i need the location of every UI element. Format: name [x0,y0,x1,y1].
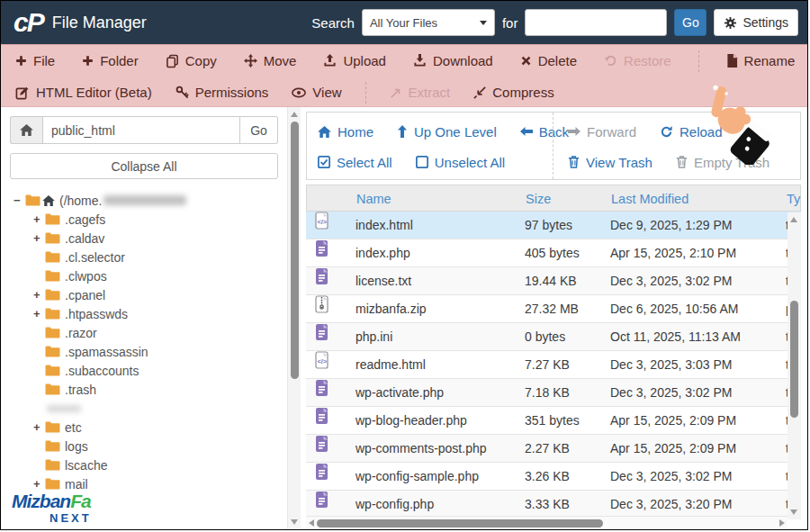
eye-icon [292,87,306,98]
scrollbar-thumb[interactable] [317,519,603,527]
file-button[interactable]: File [15,53,55,68]
delete-button[interactable]: Delete [520,53,577,68]
column-header-type[interactable]: Type [787,185,801,212]
move-button[interactable]: Move [244,53,297,68]
trash-icon [568,156,580,168]
refresh-icon [660,125,673,139]
tree-expander[interactable]: + [33,420,45,434]
tree-item[interactable]: .trash [10,380,278,399]
up-one-level-button[interactable]: Up One Level [397,124,497,140]
tree-expander[interactable]: + [33,231,45,245]
empty-trash-button[interactable]: Empty Trash [676,155,770,170]
tree-expander[interactable]: − [14,194,25,207]
scroll-right-arrow[interactable] [779,519,785,527]
file-modified: Apr 15, 2025, 2:09 PM [610,435,736,463]
table-row[interactable]: </> index.php 405 bytes Apr 15, 2025, 2:… [306,239,801,267]
unselect-all-button[interactable]: Unselect All [416,155,505,170]
table-row[interactable]: </> php.ini 0 bytes Oct 11, 2025, 11:13 … [306,323,801,351]
scroll-up-arrow[interactable] [291,112,298,117]
restore-button[interactable]: Restore [604,53,671,68]
search-go-button[interactable]: Go [674,9,706,36]
rename-button[interactable]: Rename [726,53,796,68]
settings-button[interactable]: Settings [714,9,798,36]
view-trash-button[interactable]: View Trash [568,155,652,170]
file-modified: Apr 15, 2025, 2:09 PM [610,407,736,435]
scrollbar-thumb[interactable] [790,301,798,418]
plus-icon [15,55,27,67]
tree-expander[interactable]: + [33,288,45,302]
tree-item[interactable]: .subaccounts [10,361,278,380]
permissions-button[interactable]: Permissions [176,85,269,100]
tree-expander[interactable]: + [33,212,45,226]
arrow-left-icon [520,126,533,137]
table-row[interactable]: </> wp-config.php 3.33 KB Dec 3, 2025, 3… [306,491,801,518]
directory-tree: − (/home. + .cagefs + [10,191,278,493]
compress-button[interactable]: Compress [473,85,554,100]
mizbanfa-logo: MizbanFa NEXT [12,491,92,524]
column-header-modified[interactable]: Last Modified [611,185,688,212]
folder-icon [45,327,60,338]
copy-button[interactable]: Copy [166,53,217,68]
tree-item[interactable]: .cl.selector [10,248,278,266]
scroll-down-arrow[interactable] [790,509,797,515]
table-row[interactable]: </> index.html 97 bytes Dec 9, 2025, 1:2… [306,212,801,239]
forward-button[interactable]: Forward [568,124,636,140]
table-horizontal-scrollbar[interactable] [306,516,788,529]
scroll-left-arrow[interactable] [309,519,314,527]
scroll-down-arrow[interactable] [291,519,298,525]
column-header-size[interactable]: Size [526,185,551,212]
select-all-button[interactable]: Select All [318,155,392,170]
view-button[interactable]: View [292,85,341,100]
download-button[interactable]: Download [413,53,493,68]
table-row[interactable]: </> wp-activate.php 7.18 KB Dec 3, 2025,… [306,379,801,407]
home-addon[interactable] [10,116,42,144]
path-go-button[interactable]: Go [240,116,278,144]
scroll-up-arrow[interactable] [790,217,797,222]
tree-expander[interactable]: + [33,477,45,491]
tree-item[interactable]: + .caldav [10,229,278,248]
tree-item[interactable]: .clwpos [10,266,278,285]
tree-item[interactable]: .razor [10,323,278,342]
tree-item[interactable]: − (/home. [10,191,278,210]
folder-button[interactable]: Folder [82,53,139,68]
tree-item[interactable]: + .cpanel [10,285,278,304]
tree-item[interactable] [10,399,278,418]
folder-icon [45,232,60,244]
file-modified: Dec 9, 2025, 1:29 PM [610,212,732,239]
table-row[interactable]: </> mizbanfa.zip 27.32 MB Dec 6, 2025, 1… [306,295,801,323]
reload-button[interactable]: Reload [660,124,723,140]
extract-button[interactable]: Extract [390,85,451,100]
tree-item[interactable]: + .cagefs [10,210,278,229]
folder-icon [45,365,60,376]
search-scope-select[interactable]: All Your Files [362,9,495,36]
tree-item[interactable]: + .htpasswds [10,304,278,323]
sidebar-scrollbar[interactable] [287,107,301,529]
table-row[interactable]: </> wp-config-sample.php 3.26 KB Dec 3, … [306,463,801,491]
tree-item-label: etc [65,420,82,435]
tree-item[interactable]: logs [10,437,278,455]
table-row[interactable]: </> wp-blog-header.php 351 bytes Apr 15,… [306,407,801,435]
home-button[interactable]: Home [318,124,374,140]
table-row[interactable]: </> license.txt 19.44 KB Dec 3, 2025, 3:… [306,267,801,295]
action-toolbar: File Folder Copy Move Upload Download De… [1,44,807,107]
upload-button[interactable]: Upload [323,53,386,68]
column-header-name[interactable]: Name [356,185,392,212]
tree-item[interactable]: + etc [10,418,278,437]
html-editor-button[interactable]: HTML Editor (Beta) [15,85,152,100]
tree-expander[interactable]: + [33,307,45,320]
file-modified: Apr 15, 2025, 2:10 PM [610,239,736,267]
tree-item[interactable]: .spamassassin [10,342,278,361]
scrollbar-thumb[interactable] [291,122,299,379]
chevron-down-icon [480,21,487,25]
file-icon [726,54,738,68]
collapse-all-button[interactable]: Collapse All [10,153,278,179]
table-vertical-scrollbar[interactable] [788,212,801,519]
search-input[interactable] [525,9,667,36]
tree-item[interactable]: lscache [10,455,278,474]
table-row[interactable]: </> readme.html 7.27 KB Dec 3, 2025, 3:0… [306,351,801,379]
upload-icon [323,54,337,68]
file-modified: Dec 6, 2025, 10:56 AM [610,295,738,323]
file-name: wp-config.php [356,491,434,518]
table-row[interactable]: </> wp-comments-post.php 2.27 KB Apr 15,… [306,435,801,463]
path-input[interactable] [42,116,240,144]
